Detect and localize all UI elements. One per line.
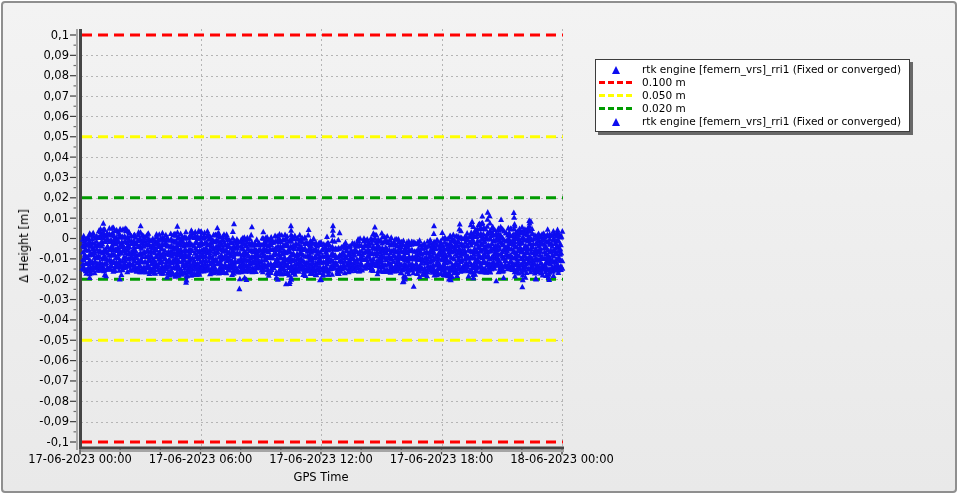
y-tick-label: 0,01 — [3, 212, 69, 225]
x-tick-label: 17-06-2023 06:00 — [149, 453, 253, 466]
chart-panel: Δ Height [m] 0,10,090,080,070,060,050,04… — [1, 1, 957, 493]
legend-item-label: 0.050 m — [642, 89, 686, 102]
y-tick-label: -0,04 — [3, 313, 69, 326]
y-tick-label: -0,03 — [3, 293, 69, 306]
y-tick-label: 0,04 — [3, 151, 69, 164]
y-tick-label: 0,1 — [3, 29, 69, 42]
chart-window: Δ Height [m] 0,10,090,080,070,060,050,04… — [0, 0, 960, 500]
legend-item-label: rtk engine [femern_vrs]_rri1 (Fixed or c… — [642, 115, 901, 128]
legend: rtk engine [femern_vrs]_rri1 (Fixed or c… — [595, 59, 910, 132]
y-tick-label: -0,05 — [3, 334, 69, 347]
y-tick-label: -0,08 — [3, 395, 69, 408]
y-tick-label: 0,02 — [3, 191, 69, 204]
legend-swatch-line — [598, 94, 634, 97]
y-tick-label: -0,06 — [3, 354, 69, 367]
y-tick-label: 0,05 — [3, 130, 69, 143]
x-tick-label: 17-06-2023 00:00 — [28, 453, 132, 466]
legend-item: 0.020 m — [598, 102, 901, 115]
dashed-line-icon — [599, 81, 633, 84]
x-tick-label: 17-06-2023 12:00 — [269, 453, 373, 466]
dashed-line-icon — [599, 107, 633, 110]
legend-swatch-line — [598, 107, 634, 110]
legend-swatch-line — [598, 81, 634, 84]
y-tick-label: -0,07 — [3, 374, 69, 387]
dashed-line-icon — [599, 94, 633, 97]
triangle-marker-icon — [612, 118, 620, 126]
y-tick-label: 0 — [3, 232, 69, 245]
legend-item: 0.050 m — [598, 89, 901, 102]
y-tick-label: -0,09 — [3, 415, 69, 428]
legend-item-label: 0.020 m — [642, 102, 686, 115]
legend-item: rtk engine [femern_vrs]_rri1 (Fixed or c… — [598, 63, 901, 76]
legend-item: 0.100 m — [598, 76, 901, 89]
legend-item-label: 0.100 m — [642, 76, 686, 89]
y-tick-label: 0,07 — [3, 90, 69, 103]
y-tick-label: -0,01 — [3, 252, 69, 265]
legend-swatch-triangle — [598, 66, 634, 74]
triangle-marker-icon — [612, 66, 620, 74]
x-tick-label: 17-06-2023 18:00 — [390, 453, 494, 466]
y-tick-label: 0,09 — [3, 49, 69, 62]
y-tick-label: -0,1 — [3, 436, 69, 449]
y-tick-label: 0,08 — [3, 69, 69, 82]
x-tick-label: 18-06-2023 00:00 — [510, 453, 614, 466]
x-axis-title: GPS Time — [294, 470, 349, 484]
y-tick-label: -0,02 — [3, 273, 69, 286]
legend-item-label: rtk engine [femern_vrs]_rri1 (Fixed or c… — [642, 63, 901, 76]
legend-swatch-triangle — [598, 118, 634, 126]
legend-item: rtk engine [femern_vrs]_rri1 (Fixed or c… — [598, 115, 901, 128]
y-tick-label: 0,03 — [3, 171, 69, 184]
y-tick-label: 0,06 — [3, 110, 69, 123]
